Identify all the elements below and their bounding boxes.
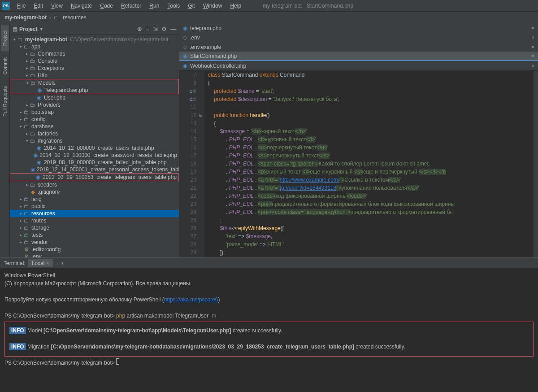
tree-item[interactable]: ▸🗀lang xyxy=(10,196,179,203)
project-view-title[interactable]: Project xyxy=(19,26,38,32)
editor-tab[interactable]: ◇.env.example× xyxy=(179,42,538,52)
terminal-line: PS C:\OpenServer\domains\my-telegram-bot… xyxy=(4,312,534,320)
menu-run[interactable]: Run xyxy=(146,1,163,10)
tree-item[interactable]: ⚙.env xyxy=(10,253,179,257)
tree-item[interactable]: ◉TelegramUser.php xyxy=(10,87,178,94)
highlight-box-models: ▾🗀Models◉TelegramUser.php xyxy=(10,79,179,94)
menu-help[interactable]: Help xyxy=(226,1,245,10)
terminal-panel: Terminal: Local × + ▾ Windows PowerShell… xyxy=(0,257,538,392)
tree-item[interactable]: ▸🗀seeders xyxy=(10,181,179,188)
editor-tab[interactable]: ◉StartCommand.php× xyxy=(179,52,538,61)
locate-icon[interactable]: ⊕ xyxy=(137,26,142,32)
project-panel-header: ▤ Project ▼ ⊕ ≡ ⇲ ⚙ — xyxy=(10,23,179,35)
tree-item[interactable]: ▸🗀bootstrap xyxy=(10,109,179,116)
tree-item[interactable]: ◉2014_10_12_100000_create_password_reset… xyxy=(10,152,179,159)
tree-item[interactable]: ▸🗀vendor xyxy=(10,239,179,246)
tree-item[interactable]: ▸🗀storage xyxy=(10,224,179,231)
editor-tabs: ◉telegram.php×◇.env×◇.env.example×◉Start… xyxy=(179,23,538,71)
tree-item[interactable]: ▸🗀tests xyxy=(10,231,179,239)
tree-item[interactable]: ▾🗀database xyxy=(10,123,179,130)
editor-tab[interactable]: ◇.env× xyxy=(179,33,538,42)
close-icon[interactable]: × xyxy=(46,260,49,266)
menu-file[interactable]: File xyxy=(13,1,29,10)
highlight-box-migration: ◉2023_03_29_180253_create_telegram_users… xyxy=(10,173,179,181)
tree-item[interactable]: ▸🗀public xyxy=(10,203,179,210)
tree-item[interactable]: ◉2019_12_14_000001_create_personal_acces… xyxy=(10,166,179,173)
close-icon[interactable]: × xyxy=(531,35,534,41)
tree-item[interactable]: ▸🗀Providers xyxy=(10,101,179,109)
terminal-label: Terminal: xyxy=(4,260,26,266)
project-panel: ▤ Project ▼ ⊕ ≡ ⇲ ⚙ — ▾🗀my-telegram-botC… xyxy=(10,23,179,257)
project-tree[interactable]: ▾🗀my-telegram-botC:\OpenServer\domains\m… xyxy=(10,35,179,257)
new-terminal-tab[interactable]: + xyxy=(56,260,59,266)
sidetool-project[interactable]: Project xyxy=(1,25,9,51)
menu-navigate[interactable]: Navigate xyxy=(67,1,95,10)
tree-item[interactable]: ▸🗀Console xyxy=(10,57,179,65)
chevron-down-icon[interactable]: ▼ xyxy=(39,27,43,31)
gutter: 789o↑10o↑1112⊟13141516171819202122232425… xyxy=(179,71,204,257)
menu-code[interactable]: Code xyxy=(96,1,117,10)
titlebar: PS FileEditViewNavigateCodeRefactorRunTo… xyxy=(0,0,538,12)
terminal-tabs: Terminal: Local × + ▾ xyxy=(0,258,538,269)
code-content[interactable]: class StartCommand extends Command{ prot… xyxy=(204,71,534,257)
collapse-all-icon[interactable]: ⇲ xyxy=(153,26,158,32)
terminal-line: Попробуйте новую кроссплатформенную обол… xyxy=(4,296,534,304)
tree-item[interactable]: ⚙.editorconfig xyxy=(10,246,179,253)
close-icon[interactable]: × xyxy=(531,44,534,50)
tree-item[interactable]: ▸🗀Commands xyxy=(10,50,179,57)
cursor-icon xyxy=(116,358,119,365)
tool-window-bar: Project Commit Pull Requests xyxy=(0,23,10,257)
settings-icon[interactable]: ⚙ xyxy=(161,26,167,32)
tree-item[interactable]: ◉User.php xyxy=(10,94,179,101)
menu-window[interactable]: Window xyxy=(200,1,226,10)
terminal-prompt[interactable]: PS C:\OpenServer\domains\my-telegram-bot… xyxy=(4,358,534,367)
info-badge: INFO xyxy=(9,343,26,350)
sidetool-pull-requests[interactable]: Pull Requests xyxy=(1,81,9,122)
tree-item[interactable]: ▾🗀migrations xyxy=(10,137,179,144)
menu-edit[interactable]: Edit xyxy=(30,1,47,10)
menu-git[interactable]: Git xyxy=(184,1,198,10)
tree-item[interactable]: ▸🗀config xyxy=(10,116,179,123)
terminal-line: Windows PowerShell xyxy=(4,271,534,279)
tree-item[interactable]: ▸🗀resources xyxy=(10,210,179,217)
terminal-tab-local[interactable]: Local × xyxy=(28,259,53,267)
breadcrumb-folder[interactable]: resources xyxy=(63,14,87,21)
menu-tools[interactable]: Tools xyxy=(164,1,183,10)
folder-icon: 🗀 xyxy=(54,14,59,21)
tree-item[interactable]: ◉2014_10_12_000000_create_users_table.ph… xyxy=(10,144,179,152)
terminal-line: (C) Корпорация Майкрософт (Microsoft Cor… xyxy=(4,279,534,287)
close-icon[interactable]: × xyxy=(531,53,534,59)
tree-item[interactable]: ◉2019_08_19_000000_create_failed_jobs_ta… xyxy=(10,159,179,166)
phpstorm-logo-icon: PS xyxy=(2,2,10,10)
scrollbar-vertical[interactable] xyxy=(534,71,538,257)
pscore-link[interactable]: https://aka.ms/pscore6 xyxy=(164,296,218,303)
terminal-dropdown-icon[interactable]: ▾ xyxy=(61,261,64,266)
window-title: my-telegram-bot - StartCommand.php xyxy=(263,3,353,9)
menubar: FileEditViewNavigateCodeRefactorRunTools… xyxy=(13,1,245,10)
tree-item[interactable]: ▾🗀app xyxy=(10,43,179,50)
terminal-output[interactable]: Windows PowerShell (C) Корпорация Майкро… xyxy=(0,269,538,392)
tree-item[interactable]: ▸🗀Http xyxy=(10,72,179,79)
breadcrumb-project[interactable]: my-telegram-bot xyxy=(4,14,47,21)
editor-area: ◉telegram.php×◇.env×◇.env.example×◉Start… xyxy=(179,23,538,257)
tree-item[interactable]: ◆.gitignore xyxy=(10,188,179,196)
tree-item[interactable]: ◉2023_03_29_180253_create_telegram_users… xyxy=(10,174,178,181)
info-badge: INFO xyxy=(9,327,26,334)
sidetool-commit[interactable]: Commit xyxy=(1,52,9,80)
tree-item[interactable]: ▾🗀Models xyxy=(10,79,178,87)
editor-tab[interactable]: ◉telegram.php× xyxy=(179,23,538,33)
expand-all-icon[interactable]: ≡ xyxy=(146,26,149,32)
tree-item[interactable]: ▸🗀routes xyxy=(10,217,179,224)
close-icon[interactable]: × xyxy=(531,25,534,31)
project-icon: ▤ xyxy=(13,26,17,32)
hide-icon[interactable]: — xyxy=(170,26,176,32)
code-editor[interactable]: 789o↑10o↑1112⊟13141516171819202122232425… xyxy=(179,71,538,257)
terminal-highlight-box: INFO Model [C:\OpenServer\domains\my-tel… xyxy=(4,322,534,357)
close-icon[interactable]: × xyxy=(531,63,534,69)
menu-refactor[interactable]: Refactor xyxy=(117,1,145,10)
tree-item[interactable]: ▸🗀factories xyxy=(10,130,179,137)
tree-item[interactable]: ▸🗀Exceptions xyxy=(10,65,179,72)
menu-view[interactable]: View xyxy=(48,1,66,10)
editor-tab[interactable]: ◉WebhookController.php× xyxy=(179,61,538,70)
tree-item[interactable]: ▾🗀my-telegram-botC:\OpenServer\domains\m… xyxy=(10,36,179,43)
